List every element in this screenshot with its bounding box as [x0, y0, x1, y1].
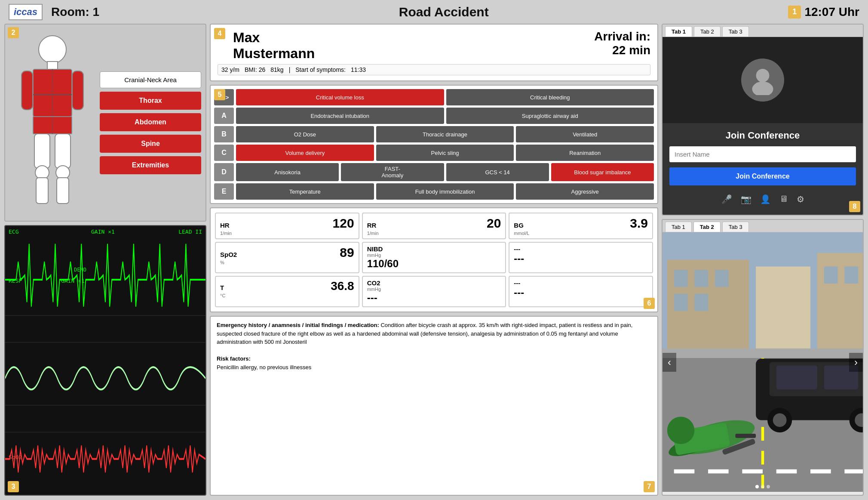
- svg-rect-43: [776, 365, 817, 389]
- svg-rect-32: [694, 294, 708, 311]
- triage-full-body[interactable]: Full body immobilization: [376, 183, 514, 200]
- patient-name: MaxMustermann: [233, 30, 315, 62]
- page-title: Road Accident: [99, 5, 788, 19]
- triage-row-d: D Anisokoria FAST-Anomaly GCS < 14 Blood…: [214, 163, 654, 181]
- clock-display: 12:07 Uhr: [804, 5, 859, 19]
- svg-rect-54: [736, 434, 756, 438]
- svg-rect-30: [715, 270, 729, 287]
- triage-temperature[interactable]: Temperature: [236, 183, 374, 200]
- photo-dots: [755, 485, 770, 488]
- conf-tab-2[interactable]: Tab 2: [694, 26, 721, 37]
- symptoms-label: Start of symptoms:: [295, 66, 346, 73]
- conf-tab-3[interactable]: Tab 3: [722, 26, 749, 37]
- triage-gcs[interactable]: GCS < 14: [446, 163, 549, 181]
- body-figure: [9, 29, 95, 216]
- vital-temp-unit: °C: [220, 293, 354, 298]
- conference-section: Tab 1 Tab 2 Tab 3 Join Conference Join C…: [662, 24, 864, 216]
- photo-dot-2[interactable]: [761, 485, 764, 488]
- svg-rect-36: [844, 266, 858, 284]
- header-left: iccas Room: 1: [9, 4, 99, 20]
- photo-tab-2[interactable]: Tab 2: [693, 222, 721, 232]
- vitals-grid: HR 120 1/min RR 20 1/min BG: [215, 213, 653, 307]
- accident-scene-svg: [663, 232, 863, 492]
- svg-rect-40: [663, 349, 863, 358]
- vital-spo2-unit: %: [220, 260, 354, 265]
- mic-off-icon[interactable]: 🎤: [721, 194, 732, 204]
- vital-co2-value: ---: [367, 292, 501, 304]
- demo-label: DEMO: [74, 267, 86, 273]
- svg-point-52: [667, 417, 694, 444]
- triage-aggressive[interactable]: Aggressive: [516, 183, 654, 200]
- photo-nav-right[interactable]: ›: [849, 353, 863, 372]
- accident-photo-display: ‹ ›: [663, 232, 863, 492]
- photo-section: Tab 1 Tab 2 Tab 3: [662, 219, 864, 496]
- vital-bg-label: BG 3.9: [514, 216, 648, 231]
- conference-tabs: Tab 1 Tab 2 Tab 3: [663, 25, 863, 37]
- photo-dot-1[interactable]: [755, 485, 759, 488]
- spine-button[interactable]: Spine: [100, 135, 201, 153]
- conf-tab-1[interactable]: Tab 1: [665, 26, 692, 37]
- triage-volume-delivery[interactable]: Volume delivery: [236, 145, 374, 161]
- svg-rect-10: [36, 178, 48, 204]
- triage-pelvic-sling[interactable]: Pelvic sling: [376, 145, 514, 161]
- abdomen-button[interactable]: Abdomen: [100, 113, 201, 131]
- vital-dots1-label: ---: [514, 245, 648, 253]
- photo-tab-1[interactable]: Tab 1: [665, 222, 692, 232]
- vital-rr-label: RR 20: [367, 216, 501, 231]
- triage-endotracheal[interactable]: Endotracheal intubation: [236, 108, 444, 124]
- screen-share-icon[interactable]: 🖥: [779, 194, 788, 204]
- triage-row-a: A Endotracheal intubation Supraglottic a…: [214, 108, 654, 124]
- extremities-button[interactable]: Extremities: [100, 156, 201, 174]
- triage-critical-volume[interactable]: Critical volume loss: [236, 89, 444, 105]
- ecg-lead-label: LEAD II: [178, 228, 202, 235]
- vital-bg: BG 3.9 mmol/L: [509, 213, 653, 239]
- badge-6: 6: [644, 298, 655, 309]
- center-panel: 4 MaxMustermann Arrival in: 22 min 32 y/…: [210, 24, 658, 496]
- triage-critical-bleeding[interactable]: Critical bleeding: [446, 89, 654, 105]
- triage-thoracic-drainage[interactable]: Thoracic drainage: [376, 126, 514, 142]
- risk-text: Penicillin allergy, no previous illnesse…: [217, 364, 311, 370]
- symptoms-separator: |: [289, 66, 291, 73]
- triage-row-c: C Volume delivery Pelvic sling Reanimati…: [214, 145, 654, 161]
- thorax-button[interactable]: Thorax: [100, 92, 201, 110]
- vital-co2: CO2 mmHg ---: [362, 276, 506, 307]
- photo-dot-3[interactable]: [767, 485, 770, 488]
- svg-rect-35: [824, 266, 838, 284]
- top-header: iccas Room: 1 Road Accident 1 12:07 Uhr: [0, 0, 868, 24]
- triage-blood-sugar[interactable]: Blood sugar imbalance: [551, 163, 654, 181]
- camera-off-icon[interactable]: 📷: [741, 194, 751, 204]
- vital-dots2: --- ---: [509, 276, 653, 307]
- right-panel: Tab 1 Tab 2 Tab 3 Join Conference Join C…: [662, 24, 864, 496]
- patient-header: MaxMustermann Arrival in: 22 min: [218, 30, 650, 62]
- triage-label-c: C: [214, 145, 234, 161]
- name-input[interactable]: [669, 146, 856, 162]
- vital-dots1-value: ---: [514, 253, 648, 265]
- vital-co2-label: CO2: [367, 279, 501, 287]
- user-add-icon[interactable]: 👤: [760, 194, 771, 204]
- svg-rect-33: [756, 266, 810, 355]
- triage-ventilated[interactable]: Ventilated: [516, 126, 654, 142]
- settings-icon[interactable]: ⚙: [797, 194, 804, 204]
- svg-rect-3: [21, 71, 33, 110]
- arrival-label: Arrival in:: [594, 30, 650, 43]
- triage-supraglottic[interactable]: Supraglottic airway aid: [446, 108, 654, 124]
- photo-nav-left[interactable]: ‹: [663, 353, 676, 372]
- ecg-waveform-svg: [5, 226, 205, 495]
- vital-hr: HR 120 1/min: [215, 213, 359, 239]
- arrival-time: 22 min: [612, 43, 650, 57]
- vital-temp-label: T 36.8: [220, 279, 354, 293]
- human-figure-svg: [14, 32, 91, 213]
- cranial-neck-button[interactable]: Cranial-Neck Area: [100, 71, 201, 88]
- weight: 81kg: [270, 66, 283, 73]
- triage-reanimation[interactable]: Reanimation: [516, 145, 654, 161]
- ecg-label: ECG: [9, 228, 18, 235]
- avatar-icon: [748, 65, 778, 95]
- triage-fast-anomaly[interactable]: FAST-Anomaly: [341, 163, 444, 181]
- triage-o2-dose[interactable]: O2 Dose: [236, 126, 374, 142]
- join-conference-button[interactable]: Join Conference: [669, 167, 856, 185]
- triage-anisokoria[interactable]: Anisokoria: [236, 163, 339, 181]
- badge-8: 8: [849, 201, 860, 212]
- patient-details: 32 y/m BMI: 26 81kg | Start of symptoms:…: [218, 64, 650, 75]
- conference-title: Join Conference: [726, 130, 800, 141]
- photo-tab-3[interactable]: Tab 3: [722, 222, 749, 232]
